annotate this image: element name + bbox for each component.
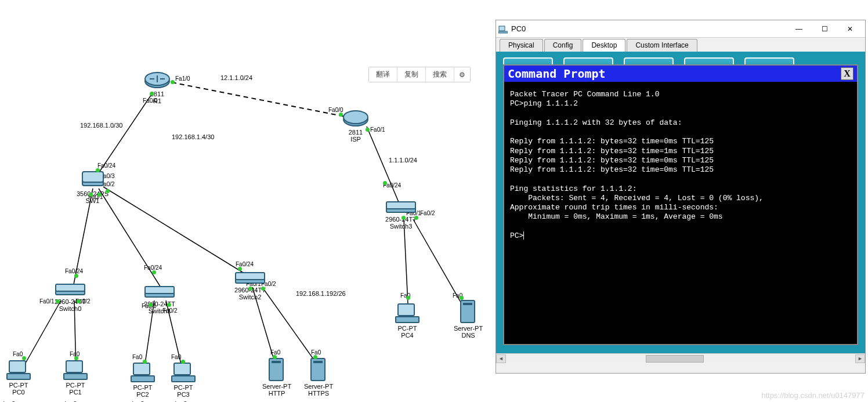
server-icon [458,298,478,325]
router-icon [144,71,171,90]
links-svg [0,0,493,402]
scroll-thumb[interactable] [646,355,704,363]
search-button[interactable]: 搜索 [426,67,454,82]
router-icon [342,109,369,129]
translate-toolbar: 翻译 复制 搜索 ⚙ [368,67,471,82]
switch-0[interactable]: 2960-24TT Switch0 [53,282,87,312]
svg-rect-30 [66,361,82,372]
svg-rect-39 [272,361,281,363]
settings-button[interactable]: ⚙ [454,67,470,82]
server-icon [309,356,328,383]
command-prompt-close[interactable]: X [841,67,853,80]
server-https[interactable]: Server-PT HTTPS [304,356,333,397]
pc-2[interactable]: PC-PT PC2 [130,361,155,398]
svg-line-5 [103,187,251,277]
scroll-left-button[interactable]: ◄ [496,354,506,363]
switch-core[interactable]: 3560-24PS SW1 [77,168,108,204]
svg-rect-21 [386,202,415,209]
scroll-right-button[interactable]: ► [855,354,865,363]
copy-button[interactable]: 复制 [397,67,426,82]
svg-line-0 [94,93,153,180]
switch-icon [384,200,418,216]
svg-rect-33 [131,376,154,382]
switch-3[interactable]: 2960-24TT Switch3 [384,200,418,230]
switch-icon [233,270,267,287]
switch-1[interactable]: 2960-24TT Switch1 [143,284,176,314]
watermark: https://blog.csdn.net/u0147977 [761,391,865,400]
tab-custom[interactable]: Custom Interface [627,39,697,52]
switch-icon [143,284,176,300]
minimize-button[interactable]: — [786,21,812,37]
svg-rect-43 [463,303,472,305]
svg-rect-25 [145,287,174,294]
svg-rect-37 [396,317,419,323]
svg-rect-29 [7,374,30,379]
command-prompt-window: Command Prompt X Packet Tracer PC Comman… [503,64,858,345]
pc0-window: PC0 — ☐ ✕ Physical Config Desktop Custom… [496,20,866,374]
svg-rect-36 [398,304,414,316]
translate-button[interactable]: 翻译 [369,67,397,82]
svg-rect-41 [313,361,323,363]
desktop-area: Command Prompt X Packet Tracer PC Comman… [496,52,865,353]
switch-2[interactable]: 2960-24TT Switch2 [233,270,267,300]
titlebar[interactable]: PC0 — ☐ ✕ [496,20,865,38]
maximize-button[interactable]: ☐ [812,21,837,37]
server-dns[interactable]: Server-PT DNS [454,298,483,339]
svg-rect-28 [9,361,26,372]
switch-icon [53,282,87,298]
topology-canvas[interactable]: 192.168.1.0/30 12.1.1.0/24 192.168.1.4/3… [0,0,493,402]
svg-rect-23 [56,284,85,291]
close-button[interactable]: ✕ [837,21,863,37]
pc-3[interactable]: PC-PT PC3 [171,361,196,398]
server-icon [267,356,287,383]
svg-rect-27 [236,273,265,280]
tab-config[interactable]: Config [544,39,582,52]
server-http[interactable]: Server-PT HTTP [262,356,291,397]
svg-line-11 [262,287,318,365]
pc-4[interactable]: PC-PT PC4 [395,302,420,339]
window-title: PC0 [511,24,786,33]
svg-rect-19 [82,172,103,182]
pc-icon [6,358,31,382]
command-prompt-title: Command Prompt [508,67,606,81]
svg-line-2 [367,126,402,209]
router-r1[interactable]: 2811 R1 [144,71,171,104]
svg-rect-34 [174,363,190,375]
pc-0[interactable]: PC-PT PC0 [6,358,31,396]
pc-window-icon [498,24,508,34]
command-prompt-titlebar[interactable]: Command Prompt X [504,66,857,82]
svg-line-1 [172,82,348,117]
pc-icon [130,361,155,384]
multilayer-switch-icon [79,168,107,190]
tab-desktop[interactable]: Desktop [583,39,625,52]
pc-icon [63,358,88,382]
router-isp[interactable]: 2811 ISP [342,109,369,143]
svg-rect-35 [172,376,195,382]
svg-rect-32 [133,363,150,375]
scroll-track[interactable] [506,354,855,363]
svg-rect-44 [499,26,505,31]
gear-icon: ⚙ [459,71,465,79]
pc-1[interactable]: PC-PT PC1 [63,358,88,396]
terminal-output[interactable]: Packet Tracer PC Command Line 1.0 PC>pin… [504,82,857,344]
svg-rect-45 [498,31,508,33]
tab-bar: Physical Config Desktop Custom Interface [496,38,865,52]
pc-icon [171,361,196,384]
horizontal-scrollbar[interactable]: ◄ ► [496,353,865,363]
tab-physical[interactable]: Physical [500,39,543,52]
svg-point-17 [343,111,368,124]
pc-icon [395,302,420,325]
svg-rect-31 [64,374,87,379]
